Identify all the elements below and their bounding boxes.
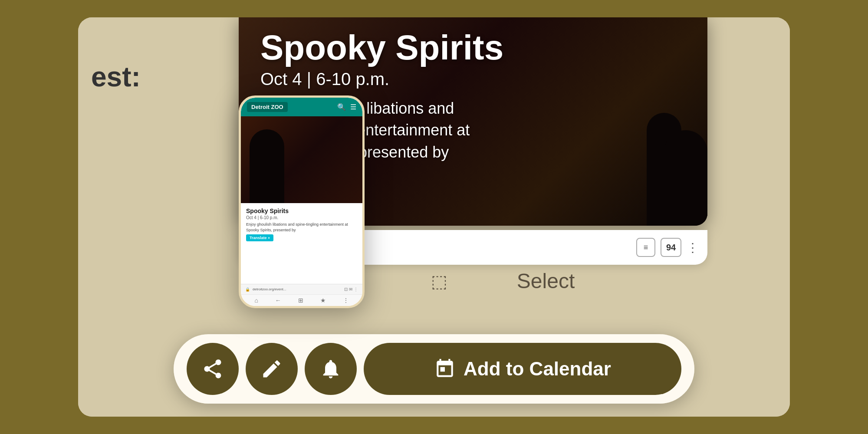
phone-url-bar: 🔒 detroitzoo.org/event... ⊡ ✉ ⋮ bbox=[241, 284, 362, 294]
select-label: Select bbox=[517, 269, 575, 293]
event-date: Oct 4 | 6-10 p.m. bbox=[260, 69, 699, 89]
reader-mode-icon[interactable]: ≡ bbox=[636, 238, 655, 257]
more-options-icon[interactable]: ⋮ bbox=[687, 240, 699, 255]
share-button[interactable] bbox=[187, 343, 239, 395]
phone-menu-icon: ☰ bbox=[350, 103, 356, 111]
notify-button[interactable] bbox=[305, 343, 357, 395]
phone-image-area bbox=[241, 116, 362, 203]
phone-tabs-icon: ⊞ bbox=[298, 297, 303, 304]
phone-mockup: Detroit ZOO 🔍 ☰ Spooky Spirits Oct 4 | 6… bbox=[239, 95, 365, 308]
edit-icon bbox=[260, 358, 283, 380]
left-partial-text: est: bbox=[91, 61, 141, 93]
phone-lock-icon: 🔒 bbox=[245, 287, 250, 292]
phone-search-icon: 🔍 bbox=[337, 103, 346, 111]
phone-back-icon: ← bbox=[275, 297, 281, 304]
phone-more-icon: ⋮ bbox=[343, 297, 349, 304]
phone-url-text: detroitzoo.org/event... bbox=[253, 287, 342, 291]
phone-header-icons: 🔍 ☰ bbox=[337, 103, 356, 111]
phone-silhouette bbox=[250, 129, 284, 203]
phone-translate-button[interactable]: Translate » bbox=[246, 234, 273, 241]
outer-container: est: Screenshot ⬚ Select Spooky Spirits … bbox=[78, 17, 790, 417]
phone-event-desc: Enjoy ghoulish libations and spine-tingl… bbox=[246, 222, 357, 233]
phone-home-icon: ⌂ bbox=[254, 297, 258, 304]
event-title: Spooky Spirits bbox=[260, 30, 699, 65]
tab-count-badge[interactable]: 94 bbox=[661, 238, 681, 257]
bell-icon bbox=[319, 358, 342, 380]
action-bar: Add to Calendar bbox=[174, 334, 694, 404]
share-icon bbox=[201, 358, 224, 380]
phone-bookmark-icon: ★ bbox=[320, 297, 326, 304]
add-calendar-label: Add to Calendar bbox=[464, 358, 611, 380]
phone-content: Spooky Spirits Oct 4 | 6-10 p.m. Enjoy g… bbox=[241, 203, 362, 284]
zoo-logo: Detroit ZOO bbox=[247, 102, 288, 112]
calendar-icon bbox=[434, 358, 456, 380]
phone-bottom-bar: ⌂ ← ⊞ ★ ⋮ bbox=[241, 294, 362, 306]
add-to-calendar-button[interactable]: Add to Calendar bbox=[364, 343, 681, 395]
edit-button[interactable] bbox=[246, 343, 298, 395]
phone-event-title: Spooky Spirits bbox=[246, 207, 357, 214]
phone-url-icons: ⊡ ✉ ⋮ bbox=[344, 287, 358, 292]
select-icon: ⬚ bbox=[431, 271, 447, 291]
phone-inner: Detroit ZOO 🔍 ☰ Spooky Spirits Oct 4 | 6… bbox=[241, 98, 362, 306]
phone-event-date: Oct 4 | 6-10 p.m. bbox=[246, 215, 357, 220]
phone-header: Detroit ZOO 🔍 ☰ bbox=[241, 98, 362, 116]
